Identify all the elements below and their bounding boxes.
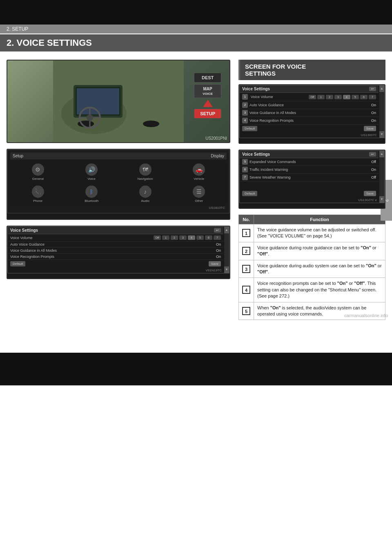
vs-top-vol-7[interactable]: 7 [369, 95, 376, 99]
vs-vol-5[interactable]: 5 [196, 235, 204, 240]
icon-vehicle: 🚗 Vehicle [173, 163, 225, 181]
voice-settings-top: Voice Settings ↩ 1 Voice Volume Off 1 2 … [239, 85, 385, 138]
icon-navigation: 🗺 Navigation [119, 163, 172, 181]
display-label: Display [211, 154, 224, 158]
vs-bot-row-1: 5 Expanded Voice Commands Off [240, 158, 379, 166]
voice-settings-small-box: Voice Settings ↩ Voice Volume Off 1 2 3 … [7, 226, 230, 279]
car-image-box: DEST MAPVOICE SETUP US2001PNI [7, 60, 230, 143]
vs-small-default-btn[interactable]: Default [10, 261, 25, 266]
vs-top-footer-row: Default Save [240, 125, 379, 132]
vs-bot-severe-value: Off [371, 175, 376, 179]
vs-top-default-btn[interactable]: Default [242, 126, 257, 131]
page-title: 2. VOICE SETTINGS [0, 34, 392, 51]
vs-vol-6[interactable]: 6 [205, 235, 212, 240]
vs-vol-2[interactable]: 2 [171, 235, 178, 240]
vs-top-row-1: 2 Auto Voice Guidance On [240, 101, 379, 109]
vs-top-screen-footer: US13007C [240, 132, 379, 138]
right-column: SCREEN FOR VOICE SETTINGS Voice Settings… [238, 60, 385, 320]
table-row: 4 Voice recognition prompts can be set t… [239, 278, 385, 302]
icon-voice: 🔊 Voice [66, 163, 118, 181]
vs-bot-traffic-value: On [371, 168, 376, 172]
vs-vol-1[interactable]: 1 [162, 235, 169, 240]
setup-button: SETUP [194, 109, 221, 119]
vs-small-row-2: Voice Guidance in All Modes On [8, 248, 223, 254]
vs-top-vol-3[interactable]: 3 [334, 95, 342, 99]
vs-top-save-btn[interactable]: Save [364, 126, 376, 131]
vs-small-row-3: Voice Recognition Prompts On [8, 254, 223, 260]
setup-screen-header: Setup Display [10, 152, 227, 159]
table-func-1: The voice guidance volume can be adjuste… [254, 224, 385, 242]
section-header: 2. SETUP [0, 25, 392, 34]
vs-top-vol-6[interactable]: 6 [360, 95, 368, 99]
vs-small-allmodes-label: Voice Guidance in All Modes [10, 248, 214, 253]
vs-top-auto-value: On [371, 103, 376, 107]
vs-small-header: Voice Settings ↩ [8, 227, 223, 234]
vs-top-vol-1[interactable]: 1 [317, 95, 325, 99]
vs-small-recprompts-value: On [216, 255, 221, 259]
vs-vol-7[interactable]: 7 [214, 235, 221, 240]
vs-vol-off[interactable]: Off [154, 235, 161, 240]
black-bar-top [0, 0, 392, 25]
dest-button: DEST [194, 73, 221, 83]
setup-screen: Setup Display ⚙ General 🔊 Voice [7, 150, 229, 213]
setup-icons-row: ⚙ General 🔊 Voice 🗺 Navigation 🚗 [10, 161, 227, 183]
vs-small-screen-footer: V81N19TC [8, 268, 223, 273]
setup-icons-row-2: 📞 Phone ᛒ Bluetooth ♪ Audio ☰ [10, 183, 227, 205]
vs-top-vol-4[interactable]: 4 [343, 95, 350, 99]
vs-top-recprompts-value: On [371, 119, 376, 123]
vs-bot-screen-footer: US13027C e [240, 197, 379, 203]
screen-for-voice-title: SCREEN FOR VOICE SETTINGS [238, 60, 385, 80]
icon-other: ☰ Other [173, 186, 225, 203]
vs-bot-scrollbar[interactable]: ▲ ▼ [379, 151, 384, 203]
table-num-2: 2 [239, 242, 254, 260]
function-table: No. Function 1 The voice guidance volume… [238, 215, 385, 320]
vs-bot-default-btn[interactable]: Default [242, 191, 257, 196]
vs-bot-row-3: 7 Severe Weather Warning Off [240, 174, 379, 181]
vs-bot-save-btn[interactable]: Save [364, 191, 376, 196]
vs-small-volume-row: Voice Volume Off 1 2 3 4 5 6 7 [8, 234, 223, 242]
table-num-3: 3 [239, 260, 254, 278]
svg-point-6 [143, 121, 159, 127]
svg-point-8 [87, 114, 93, 121]
vs-small-back: ↩ [214, 228, 221, 233]
vs-top-back: ↩ [369, 87, 376, 91]
table-num-1: 1 [239, 224, 254, 242]
vs-top-volume-row: 1 Voice Volume Off 1 2 3 4 5 6 7 [240, 93, 379, 101]
vs-badge-6: 6 [242, 167, 248, 172]
vs-small-footer-row: Default Save [8, 260, 223, 268]
vs-top-title: Voice Settings [242, 87, 270, 91]
vs-top-vol-5[interactable]: 5 [352, 95, 359, 99]
vs-small-row-1: Auto Voice Guidance On [8, 242, 223, 248]
table-row: 2 Voice guidance during route guidance c… [239, 242, 385, 260]
table-col-no: No. [239, 215, 254, 224]
vs-vol-3[interactable]: 3 [179, 235, 187, 240]
vs-bot-expanded-value: Off [371, 160, 376, 164]
vs-bot-traffic-label: Traffic Incident Warning [249, 168, 370, 172]
table-num-5: 5 [239, 302, 254, 320]
car-image: DEST MAPVOICE SETUP US2001PNI [7, 60, 229, 142]
map-button: MAPVOICE [194, 84, 221, 98]
voice-settings-small: Voice Settings ↩ Voice Volume Off 1 2 3 … [7, 226, 229, 273]
vs-small-scrollbar[interactable]: ▲ ▼ [224, 227, 229, 273]
vs-top-scrollbar[interactable]: ▲ ▼ [379, 85, 384, 138]
vs-vol-4[interactable]: 4 [188, 235, 195, 240]
voice-settings-bottom: Voice Settings ↩ 5 Expanded Voice Comman… [239, 150, 385, 203]
voice-settings-bottom-box: Voice Settings ↩ 5 Expanded Voice Comman… [238, 150, 385, 209]
vs-bot-severe-label: Severe Weather Warning [249, 175, 370, 179]
vs-bot-spacer [240, 181, 379, 190]
vs-small-save-btn[interactable]: Save [209, 261, 221, 266]
vs-bot-expanded-label: Expanded Voice Commands [249, 160, 370, 164]
setup-screen-title: Setup [13, 154, 23, 158]
vs-top-row-3: 4 Voice Recognition Prompts On [240, 117, 379, 125]
vs-badge-2: 2 [242, 102, 248, 108]
icon-general: ⚙ General [12, 163, 64, 181]
arrow-up [203, 100, 213, 107]
table-num-4: 4 [239, 278, 254, 302]
vs-top-vol-2[interactable]: 2 [326, 95, 333, 99]
vs-top-vol-off[interactable]: Off [309, 95, 316, 99]
icon-audio: ♪ Audio [119, 186, 172, 203]
vs-top-header: Voice Settings ↩ [240, 85, 379, 93]
vs-badge-3: 3 [242, 110, 248, 116]
vs-small-allmodes-value: On [216, 248, 221, 253]
table-row: 1 The voice guidance volume can be adjus… [239, 224, 385, 242]
